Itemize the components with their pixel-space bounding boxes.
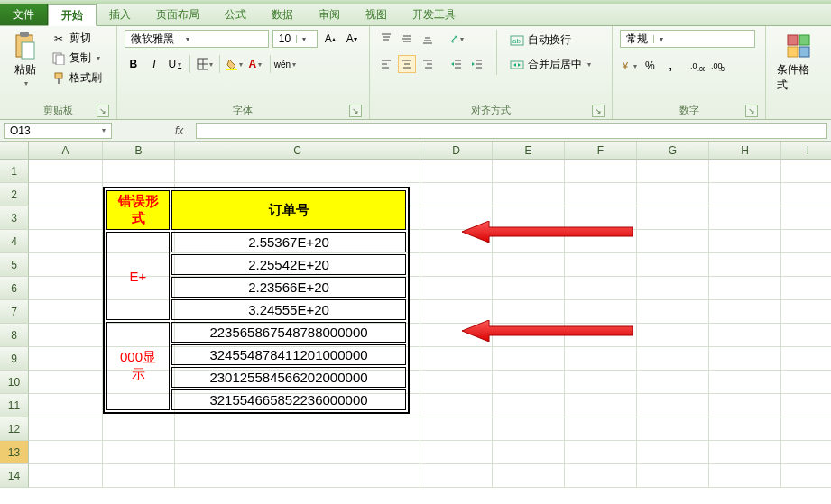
column-header[interactable]: G bbox=[637, 142, 709, 160]
svg-text:.0: .0 bbox=[719, 66, 725, 72]
select-all-corner[interactable] bbox=[0, 142, 29, 160]
svg-rect-46 bbox=[799, 47, 809, 57]
data-table: 错误形式 订单号 E+ 2.55367E+20 2.25542E+20 2.23… bbox=[103, 187, 410, 414]
column-header[interactable]: H bbox=[709, 142, 781, 160]
merge-center-button[interactable]: 合并后居中▾ bbox=[507, 56, 594, 73]
row-header[interactable]: 4 bbox=[0, 230, 29, 253]
row-header[interactable]: 5 bbox=[0, 253, 29, 277]
number-launcher[interactable]: ↘ bbox=[745, 105, 758, 117]
conditional-formatting-button[interactable]: 条件格式 bbox=[773, 30, 824, 95]
orientation-button[interactable]: ⤤▾ bbox=[448, 30, 466, 48]
cut-button[interactable]: ✂ 剪切 bbox=[49, 30, 105, 47]
row-header[interactable]: 3 bbox=[0, 206, 29, 230]
svg-rect-4 bbox=[56, 55, 64, 65]
row-header[interactable]: 9 bbox=[0, 347, 29, 371]
font-size-combo[interactable]: 10▾ bbox=[272, 30, 318, 48]
wrap-text-button[interactable]: ab 自动换行 bbox=[507, 32, 594, 49]
comma-button[interactable]: , bbox=[661, 57, 679, 75]
name-box[interactable]: O13▾ bbox=[4, 123, 112, 139]
tab-insert[interactable]: 插入 bbox=[97, 4, 143, 25]
svg-rect-5 bbox=[55, 73, 62, 78]
svg-rect-6 bbox=[58, 78, 60, 84]
row-header[interactable]: 8 bbox=[0, 324, 29, 347]
row-header[interactable]: 10 bbox=[0, 371, 29, 394]
tab-formulas[interactable]: 公式 bbox=[212, 4, 259, 25]
format-painter-button[interactable]: 格式刷 bbox=[49, 69, 105, 87]
tab-page-layout[interactable]: 页面布局 bbox=[143, 4, 212, 25]
column-header[interactable]: F bbox=[565, 142, 637, 160]
svg-rect-44 bbox=[799, 35, 809, 45]
svg-marker-47 bbox=[462, 221, 633, 243]
align-top-icon[interactable] bbox=[377, 30, 395, 48]
increase-decimal-icon[interactable]: .0.00 bbox=[688, 57, 706, 75]
align-center-icon[interactable] bbox=[398, 55, 416, 73]
font-name-combo[interactable]: 微软雅黑▾ bbox=[125, 30, 269, 48]
row-header[interactable]: 11 bbox=[0, 394, 29, 417]
menu-file[interactable]: 文件 bbox=[0, 4, 48, 25]
table-cell: 2.25542E+20 bbox=[171, 254, 406, 275]
tab-review[interactable]: 审阅 bbox=[306, 4, 353, 25]
column-header[interactable]: A bbox=[29, 142, 103, 160]
row-header[interactable]: 13 bbox=[0, 441, 29, 464]
align-bottom-icon[interactable] bbox=[419, 30, 437, 48]
arrow-annotation-2 bbox=[462, 320, 633, 342]
italic-button[interactable]: I bbox=[145, 55, 163, 73]
column-header[interactable]: D bbox=[420, 142, 493, 160]
row-header[interactable]: 2 bbox=[0, 183, 29, 206]
wrap-icon: ab bbox=[510, 33, 524, 48]
decrease-font-icon[interactable]: A▾ bbox=[343, 30, 361, 48]
svg-marker-48 bbox=[462, 320, 633, 342]
paste-button[interactable]: 粘贴▾ bbox=[7, 30, 43, 89]
increase-indent-icon[interactable] bbox=[468, 55, 486, 73]
row-header[interactable]: 7 bbox=[0, 300, 29, 324]
paste-icon bbox=[11, 32, 40, 60]
column-header[interactable]: I bbox=[781, 142, 831, 160]
table-cell: 2.23566E+20 bbox=[171, 277, 406, 298]
svg-text:¥: ¥ bbox=[622, 60, 629, 71]
tab-home[interactable]: 开始 bbox=[48, 4, 97, 26]
phonetic-button[interactable]: wén▾ bbox=[276, 55, 294, 73]
svg-rect-1 bbox=[20, 32, 29, 37]
fill-color-button[interactable]: ▾ bbox=[226, 55, 244, 73]
row-header[interactable]: 1 bbox=[0, 160, 29, 183]
group-label-e-plus: E+ bbox=[106, 232, 170, 320]
align-middle-icon[interactable] bbox=[398, 30, 416, 48]
increase-font-icon[interactable]: A▴ bbox=[321, 30, 339, 48]
tab-data[interactable]: 数据 bbox=[259, 4, 306, 25]
align-right-icon[interactable] bbox=[419, 55, 437, 73]
cond-format-icon bbox=[784, 32, 813, 60]
svg-rect-10 bbox=[226, 69, 237, 70]
column-header[interactable]: B bbox=[103, 142, 175, 160]
formula-input[interactable] bbox=[196, 123, 827, 139]
column-header[interactable]: C bbox=[175, 142, 420, 160]
svg-rect-45 bbox=[788, 47, 798, 57]
number-format-combo[interactable]: 常规▾ bbox=[620, 30, 755, 48]
align-left-icon[interactable] bbox=[377, 55, 395, 73]
underline-button[interactable]: U▾ bbox=[166, 55, 184, 73]
tab-view[interactable]: 视图 bbox=[353, 4, 400, 25]
clipboard-launcher[interactable]: ↘ bbox=[97, 105, 109, 117]
percent-button[interactable]: % bbox=[641, 57, 659, 75]
decrease-indent-icon[interactable] bbox=[448, 55, 466, 73]
column-header[interactable]: E bbox=[493, 142, 565, 160]
table-cell: 3.24555E+20 bbox=[171, 299, 406, 320]
font-launcher[interactable]: ↘ bbox=[349, 105, 362, 117]
bold-button[interactable]: B bbox=[125, 55, 143, 73]
row-header[interactable]: 12 bbox=[0, 417, 29, 441]
font-color-button[interactable]: A▾ bbox=[246, 55, 264, 73]
borders-button[interactable]: ▾ bbox=[196, 55, 214, 73]
decrease-decimal-icon[interactable]: .00.0 bbox=[709, 57, 727, 75]
svg-rect-43 bbox=[788, 35, 798, 45]
row-header[interactable]: 14 bbox=[0, 464, 29, 488]
copy-button[interactable]: 复制▾ bbox=[49, 50, 105, 67]
merge-icon bbox=[510, 58, 524, 72]
tab-developer[interactable]: 开发工具 bbox=[400, 4, 468, 25]
row-header[interactable]: 6 bbox=[0, 277, 29, 300]
currency-button[interactable]: ¥▾ bbox=[620, 57, 638, 75]
scissors-icon: ✂ bbox=[51, 32, 66, 46]
alignment-launcher[interactable]: ↘ bbox=[592, 105, 605, 117]
worksheet[interactable]: 1234567891011121314 ABCDEFGHI 错误形式 订单号 E… bbox=[0, 142, 831, 488]
fx-icon[interactable]: fx bbox=[166, 124, 192, 137]
svg-rect-37 bbox=[511, 61, 523, 69]
svg-rect-2 bbox=[22, 42, 34, 59]
